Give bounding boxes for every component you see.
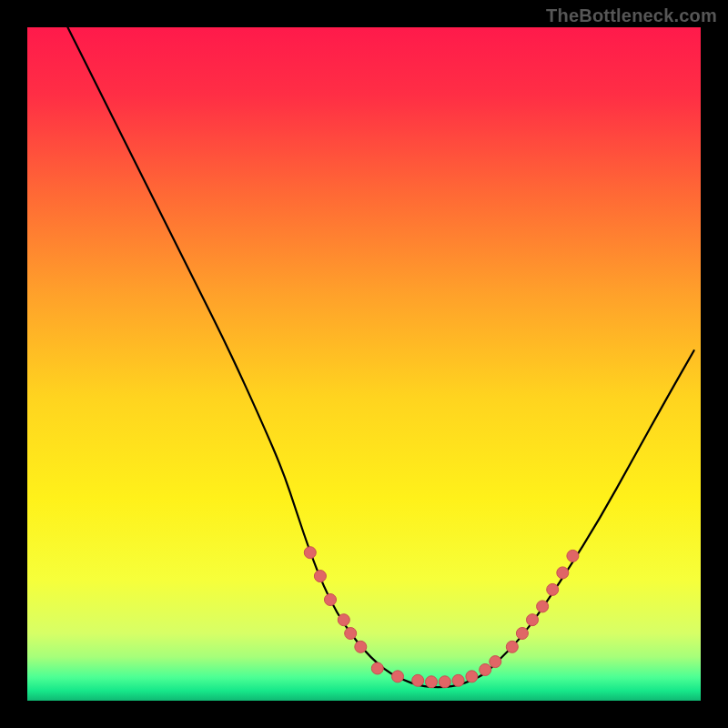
marker-dot <box>537 601 549 612</box>
marker-dot <box>527 614 539 626</box>
marker-dot <box>304 547 316 559</box>
marker-dot <box>516 628 528 640</box>
bottleneck-chart <box>0 0 728 728</box>
marker-dot <box>466 671 478 682</box>
marker-dot <box>567 550 579 561</box>
marker-dot <box>392 671 404 682</box>
marker-dot <box>412 674 424 686</box>
watermark-label: TheBottleneck.com <box>546 5 717 26</box>
marker-dot <box>325 594 337 606</box>
marker-dot <box>371 662 383 674</box>
marker-dot <box>547 583 559 595</box>
marker-dot <box>314 571 326 582</box>
marker-dot <box>439 676 450 688</box>
marker-dot <box>345 628 357 640</box>
marker-dot <box>557 567 569 579</box>
chart-stage: TheBottleneck.com <box>0 0 728 728</box>
marker-dot <box>506 641 518 652</box>
marker-dot <box>490 656 501 668</box>
plot-area <box>27 27 701 701</box>
marker-dot <box>452 674 464 686</box>
marker-dot <box>426 676 438 688</box>
marker-dot <box>355 641 367 652</box>
marker-dot <box>338 614 349 626</box>
marker-dot <box>480 663 491 675</box>
